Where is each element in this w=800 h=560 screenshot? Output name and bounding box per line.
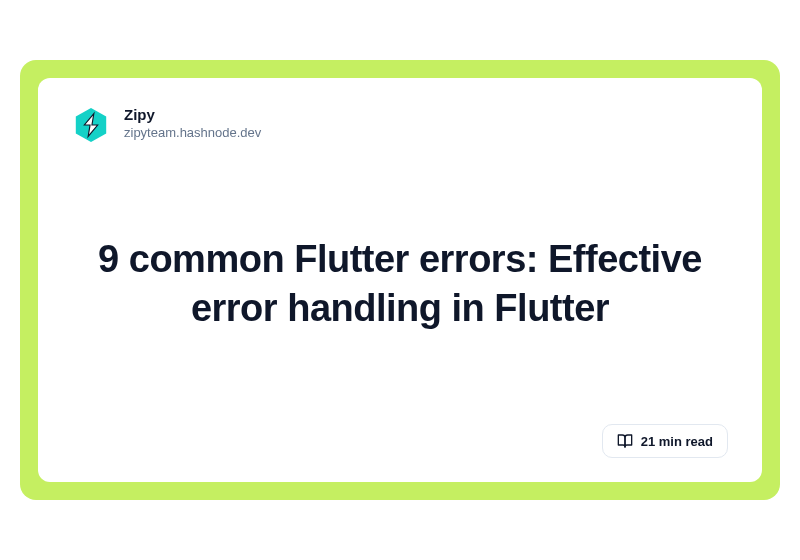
card-header: Zipy zipyteam.hashnode.dev	[72, 106, 728, 144]
card-footer: 21 min read	[72, 424, 728, 458]
author-info: Zipy zipyteam.hashnode.dev	[124, 106, 261, 140]
article-card: Zipy zipyteam.hashnode.dev 9 common Flut…	[38, 78, 762, 482]
title-container: 9 common Flutter errors: Effective error…	[72, 144, 728, 424]
author-url: zipyteam.hashnode.dev	[124, 125, 261, 140]
author-name: Zipy	[124, 106, 261, 123]
read-time-badge: 21 min read	[602, 424, 728, 458]
outer-frame: Zipy zipyteam.hashnode.dev 9 common Flut…	[20, 60, 780, 500]
book-icon	[617, 433, 633, 449]
zipy-logo-icon	[72, 106, 110, 144]
article-title: 9 common Flutter errors: Effective error…	[72, 235, 728, 334]
read-time-text: 21 min read	[641, 434, 713, 449]
